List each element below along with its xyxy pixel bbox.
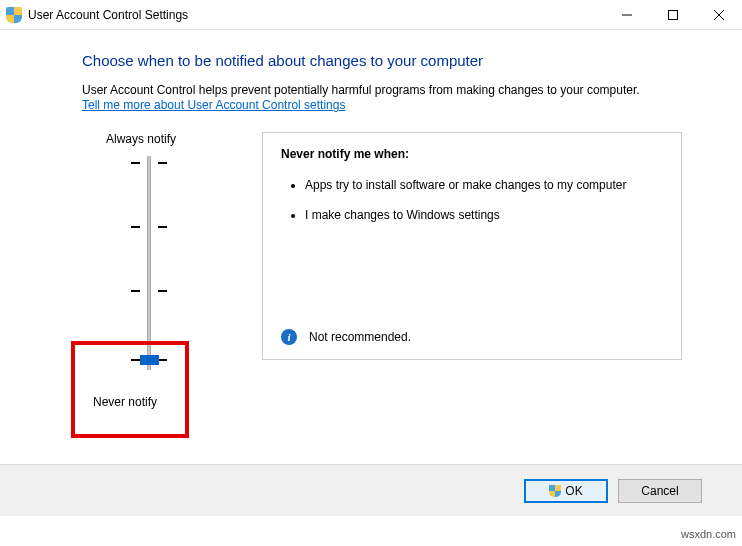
slider-top-label: Always notify [106, 132, 232, 146]
content-area: Choose when to be notified about changes… [0, 30, 742, 370]
panel-list: Apps try to install software or make cha… [305, 177, 663, 237]
window-title: User Account Control Settings [28, 8, 188, 22]
window-controls [604, 0, 742, 30]
recommendation-text: Not recommended. [309, 330, 411, 344]
list-item: Apps try to install software or make cha… [305, 177, 663, 193]
highlight-annotation [71, 341, 189, 438]
titlebar: User Account Control Settings [0, 0, 742, 30]
cancel-button-label: Cancel [641, 484, 678, 498]
panel-title: Never notify me when: [281, 147, 663, 161]
watermark: wsxdn.com [681, 528, 736, 540]
svg-rect-1 [669, 10, 678, 19]
info-icon: i [281, 329, 297, 345]
cancel-button[interactable]: Cancel [618, 479, 702, 503]
learn-more-link[interactable]: Tell me more about User Account Control … [82, 98, 345, 112]
shield-icon [6, 7, 22, 23]
close-button[interactable] [696, 0, 742, 30]
ok-button[interactable]: OK [524, 479, 608, 503]
ok-button-label: OK [565, 484, 582, 498]
notification-slider[interactable]: Always notify [82, 132, 232, 370]
maximize-button[interactable] [650, 0, 696, 30]
footer-bar: OK Cancel [0, 464, 742, 516]
slider-bottom-label: Never notify [93, 395, 157, 409]
detail-panel: Never notify me when: Apps try to instal… [262, 132, 682, 360]
page-title: Choose when to be notified about changes… [82, 52, 682, 69]
shield-icon [549, 485, 561, 497]
description-text: User Account Control helps prevent poten… [82, 83, 682, 97]
list-item: I make changes to Windows settings [305, 207, 663, 223]
minimize-button[interactable] [604, 0, 650, 30]
